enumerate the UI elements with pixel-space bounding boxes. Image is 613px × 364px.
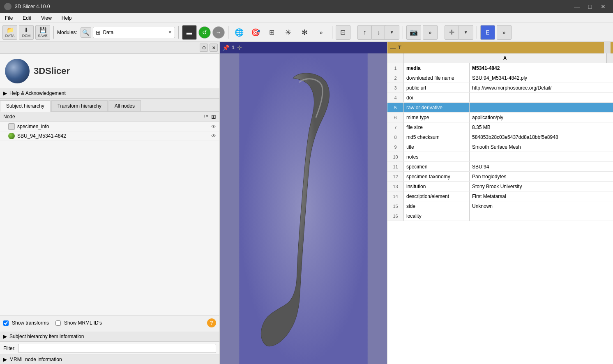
more-button[interactable]: » bbox=[314, 25, 329, 40]
menu-file[interactable]: File bbox=[2, 14, 15, 22]
filter-input[interactable] bbox=[18, 344, 216, 353]
eye-icon-sbu[interactable]: 👁 bbox=[211, 133, 216, 139]
bone-visualization bbox=[220, 53, 387, 364]
help-section[interactable]: ▶ Help & Acknowledgement bbox=[0, 88, 219, 99]
tab-transform-hierarchy[interactable]: Transform hierarchy bbox=[51, 100, 108, 111]
node-label-specimen-info: specimen_info bbox=[17, 124, 211, 129]
sphere-icon-sbu bbox=[8, 133, 15, 139]
node-header-grid-icon[interactable]: ⊞ bbox=[211, 113, 216, 120]
back-button[interactable]: ↺ bbox=[198, 26, 211, 39]
asterisk2-button[interactable]: ✻ bbox=[297, 25, 312, 40]
table-row[interactable]: 16 locality bbox=[387, 211, 613, 221]
help-label: Help & Acknowledgement bbox=[9, 90, 66, 96]
screenshot-button[interactable]: 📷 bbox=[406, 25, 421, 40]
logo-area: 3DSlicer bbox=[0, 54, 219, 88]
more3-button[interactable]: » bbox=[497, 25, 512, 40]
node-row-specimen-info[interactable]: specimen_info 👁 bbox=[0, 122, 219, 131]
subject-hierarchy-info-section[interactable]: ▶ Subject hierarchy item information bbox=[0, 332, 219, 342]
table-row[interactable]: 9 title Smooth Surface Mesh bbox=[387, 142, 613, 152]
table-row[interactable]: 6 mime type application/ply bbox=[387, 113, 613, 122]
menu-help[interactable]: Help bbox=[59, 14, 74, 22]
dcm-button[interactable]: ⬇ DCM bbox=[19, 25, 34, 40]
table-row[interactable]: 3 public url http://www.morphosource.org… bbox=[387, 83, 613, 93]
spreadsheet-body: 1 media M5341-4842 2 downloaded file nam… bbox=[387, 63, 613, 364]
node-row-sbu[interactable]: SBU_94_M5341-4842 👁 bbox=[0, 131, 219, 141]
cell-b: 584853b28c03e5437dd8a18bbf5e8948 bbox=[470, 132, 613, 142]
panel-icon-btn-2[interactable]: ✕ bbox=[210, 44, 218, 52]
help-button[interactable]: ? bbox=[207, 318, 216, 327]
spreadsheet-scroll-up[interactable] bbox=[604, 42, 611, 53]
up-arrow-button[interactable]: ↑ bbox=[357, 25, 372, 40]
table-row[interactable]: 15 side Unknown bbox=[387, 201, 613, 211]
3d-view-button[interactable]: 🌐 bbox=[232, 25, 247, 40]
table-row[interactable]: 2 downloaded file name SBU:94_M5341-4842… bbox=[387, 73, 613, 83]
subject-hierarchy-info-header[interactable]: ▶ Subject hierarchy item information bbox=[0, 332, 219, 341]
cell-a: media bbox=[404, 63, 470, 73]
compass-button[interactable]: ✛ bbox=[445, 25, 459, 40]
spreadsheet-pin-icon[interactable]: — bbox=[390, 44, 396, 51]
table-row[interactable]: 8 md5 checksum 584853b28c03e5437dd8a18bb… bbox=[387, 132, 613, 142]
extension-button[interactable]: E bbox=[480, 25, 495, 40]
table-row[interactable]: 1 media M5341-4842 bbox=[387, 63, 613, 73]
menu-edit[interactable]: Edit bbox=[20, 14, 34, 22]
layout2-button[interactable]: ⊡ bbox=[336, 25, 350, 40]
more2-button[interactable]: » bbox=[423, 25, 438, 40]
show-mrml-checkbox[interactable] bbox=[55, 320, 61, 326]
cell-b: 8.35 MB bbox=[470, 122, 613, 132]
filter-row: Filter: bbox=[0, 342, 219, 355]
row-num: 5 bbox=[387, 103, 404, 112]
row-num: 15 bbox=[387, 201, 404, 211]
viewport-3d[interactable] bbox=[220, 53, 387, 364]
eye-icon-specimen[interactable]: 👁 bbox=[211, 124, 216, 129]
cell-a: specimen bbox=[404, 162, 470, 171]
grid-button[interactable]: ⊞ bbox=[265, 25, 279, 40]
show-transforms-checkbox[interactable] bbox=[3, 320, 9, 326]
cell-b: http://www.morphosource.org/Detail/ bbox=[470, 83, 613, 92]
spreadsheet-col-header: A bbox=[387, 53, 613, 63]
crosshair-button[interactable]: 🎯 bbox=[248, 25, 263, 40]
mrml-section[interactable]: ▶ MRML node information bbox=[0, 355, 219, 364]
node-header-plus-icon[interactable]: +• bbox=[203, 113, 208, 120]
cell-a: title bbox=[404, 142, 470, 152]
table-row[interactable]: 11 specimen SBU:94 bbox=[387, 162, 613, 172]
search-modules-button[interactable]: 🔍 bbox=[81, 27, 91, 38]
table-row[interactable]: 4 doi bbox=[387, 93, 613, 103]
menu-view[interactable]: View bbox=[39, 14, 54, 22]
table-row[interactable]: 12 specimen taxonomy Pan troglodytes bbox=[387, 172, 613, 182]
save-button[interactable]: 💾 SAVE bbox=[35, 25, 50, 40]
table-row[interactable]: 14 description/element First Metatarsal bbox=[387, 191, 613, 201]
table-row[interactable]: 5 raw or derivative bbox=[387, 103, 613, 113]
panel-icon-btn-1[interactable]: ⊙ bbox=[200, 44, 208, 52]
table-row[interactable]: 13 insitution Stony Brook University bbox=[387, 182, 613, 191]
node-header-label: Node bbox=[3, 114, 203, 120]
cell-b: Pan troglodytes bbox=[470, 172, 613, 181]
data-button[interactable]: 📁 DATA bbox=[2, 25, 17, 40]
viewport-pin-icon[interactable]: 📌 bbox=[222, 44, 229, 51]
row-num: 8 bbox=[387, 132, 404, 142]
row-num: 13 bbox=[387, 182, 404, 191]
dropdown-btn3[interactable]: ▼ bbox=[459, 25, 473, 40]
row-num: 3 bbox=[387, 83, 404, 92]
layout-button[interactable]: ▬ bbox=[182, 25, 197, 40]
dropdown-arrow-icon: ▼ bbox=[168, 30, 172, 35]
viewport-crosshair-icon[interactable]: ✛ bbox=[237, 44, 242, 51]
tab-all-nodes[interactable]: All nodes bbox=[108, 100, 141, 111]
viewport-header: 📌 1 ✛ bbox=[220, 42, 387, 53]
menu-bar: File Edit View Help bbox=[0, 13, 613, 23]
cell-a: md5 checksum bbox=[404, 132, 470, 142]
down-arrow-button[interactable]: ↓ bbox=[371, 25, 386, 40]
dropdown-btn2[interactable]: ▼ bbox=[385, 25, 399, 40]
minimize-button[interactable]: — bbox=[571, 1, 583, 12]
table-row[interactable]: 10 notes bbox=[387, 152, 613, 162]
help-header[interactable]: ▶ Help & Acknowledgement bbox=[0, 88, 219, 98]
asterisk-button[interactable]: ✳ bbox=[281, 25, 296, 40]
tab-subject-hierarchy[interactable]: Subject hierarchy bbox=[0, 100, 51, 112]
forward-button[interactable]: → bbox=[212, 26, 225, 39]
row-num: 2 bbox=[387, 73, 404, 83]
modules-dropdown[interactable]: ⊞ Data ▼ bbox=[93, 27, 175, 38]
modules-selected: Data bbox=[103, 30, 168, 35]
close-button[interactable]: ✕ bbox=[597, 1, 609, 12]
table-row[interactable]: 7 file size 8.35 MB bbox=[387, 122, 613, 132]
subject-hierarchy-arrow-icon: ▶ bbox=[3, 334, 7, 339]
maximize-button[interactable]: □ bbox=[584, 1, 596, 12]
